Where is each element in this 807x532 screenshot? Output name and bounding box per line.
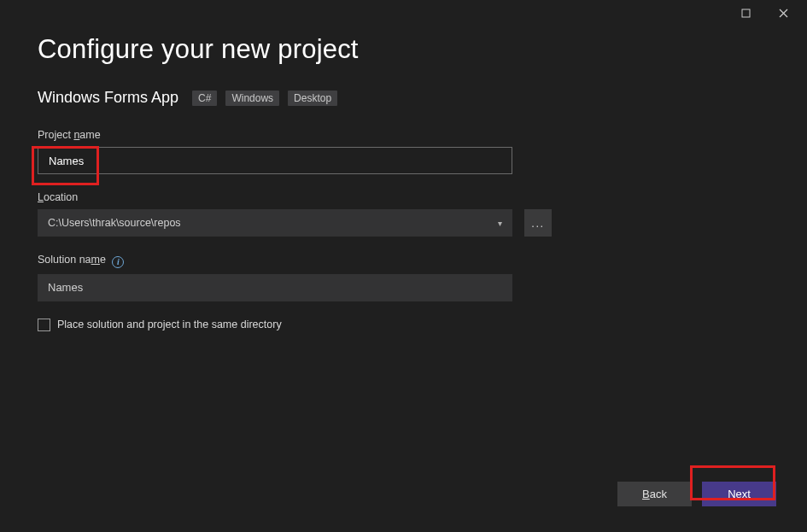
tag-platform: Windows xyxy=(225,91,279,106)
same-directory-checkbox[interactable] xyxy=(38,319,50,331)
solution-name-label: Solution name i xyxy=(38,254,769,268)
maximize-button[interactable] xyxy=(727,1,764,25)
solution-name-input[interactable] xyxy=(38,274,512,301)
project-name-label: Project name xyxy=(38,129,769,141)
same-directory-row: Place solution and project in the same d… xyxy=(38,319,769,331)
svg-rect-0 xyxy=(742,9,750,17)
template-info-row: Windows Forms App C# Windows Desktop xyxy=(38,89,769,107)
template-name: Windows Forms App xyxy=(38,89,178,107)
maximize-icon xyxy=(741,9,751,18)
page-title: Configure your new project xyxy=(38,34,769,65)
title-bar xyxy=(0,0,807,26)
close-button[interactable] xyxy=(764,1,802,25)
location-label: Location xyxy=(38,191,769,203)
footer-buttons: Back Next xyxy=(617,482,776,506)
solution-name-field: Solution name i xyxy=(38,254,769,301)
project-name-field: Project name xyxy=(38,129,769,174)
location-combobox[interactable]: C:\Users\thrak\source\repos ▾ xyxy=(38,209,512,237)
same-directory-label: Place solution and project in the same d… xyxy=(57,319,282,330)
close-icon xyxy=(779,9,788,18)
next-button[interactable]: Next xyxy=(702,482,776,506)
back-button[interactable]: Back xyxy=(617,482,692,506)
location-value: C:\Users\thrak\source\repos xyxy=(48,217,181,229)
info-icon[interactable]: i xyxy=(112,256,124,268)
project-name-input[interactable] xyxy=(38,147,512,174)
location-field: Location C:\Users\thrak\source\repos ▾ .… xyxy=(38,191,769,237)
tag-projecttype: Desktop xyxy=(288,91,337,106)
chevron-down-icon: ▾ xyxy=(498,219,502,228)
browse-button[interactable]: ... xyxy=(524,209,552,237)
tag-language: C# xyxy=(192,91,217,106)
dialog-content: Configure your new project Windows Forms… xyxy=(0,26,807,331)
